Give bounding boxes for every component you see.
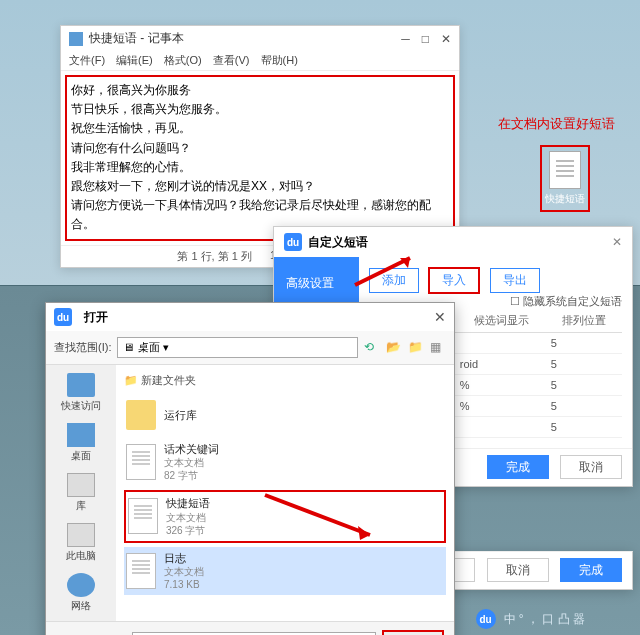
cancel-button[interactable]: 取消 <box>560 455 622 479</box>
open-button[interactable]: 打开(O) <box>382 630 444 635</box>
sidebar-pc[interactable]: 此电脑 <box>66 523 96 563</box>
file-item-run[interactable]: 运行库 <box>124 396 446 434</box>
file-item-log[interactable]: 日志 文本文档 7.13 KB <box>124 547 446 595</box>
sidebar-desktop[interactable]: 桌面 <box>67 423 95 463</box>
col-display[interactable]: 候选词显示 <box>456 309 547 333</box>
sidebar-quick[interactable]: 快速访问 <box>61 373 101 413</box>
location-select[interactable]: 🖥 桌面 ▾ <box>117 337 358 358</box>
sidebar-network[interactable]: 网络 <box>67 573 95 613</box>
notepad-title: 快捷短语 - 记事本 <box>89 30 401 47</box>
file-item-keywords[interactable]: 话术关键词 文本文档 82 字节 <box>124 438 446 486</box>
menu-format[interactable]: 格式(O) <box>164 54 202 66</box>
open-bottom: 文件名(N): ▾ 打开(O) 文件类型(T): 文本文件(*.txt) ▾ 取… <box>46 621 454 635</box>
open-titlebar[interactable]: du 打开 ✕ <box>46 303 454 331</box>
cancel-button[interactable]: 取消 <box>487 558 549 582</box>
du-icon: du <box>54 308 72 326</box>
text-file-icon <box>126 444 156 480</box>
minimize-button[interactable]: ─ <box>401 32 410 46</box>
custom-title: 自定义短语 <box>308 234 612 251</box>
desktop-file-icon[interactable]: 快捷短语 <box>540 145 590 212</box>
import-button[interactable]: 导入 <box>428 267 480 294</box>
view-icon[interactable]: ▦ <box>430 340 446 356</box>
folder-label: 📁 新建文件夹 <box>124 373 446 388</box>
ok-button[interactable]: 完成 <box>560 558 622 582</box>
notepad-icon <box>69 32 83 46</box>
custom-titlebar[interactable]: du 自定义短语 ✕ <box>274 227 632 257</box>
text-file-icon <box>126 553 156 589</box>
back-icon[interactable]: ⟲ <box>364 340 380 356</box>
up-icon[interactable]: 📂 <box>386 340 402 356</box>
ok-button[interactable]: 完成 <box>487 455 549 479</box>
add-button[interactable]: 添加 <box>369 268 419 293</box>
open-sidebar: 快速访问 桌面 库 此电脑 网络 <box>46 365 116 621</box>
close-button[interactable]: ✕ <box>434 309 446 325</box>
desktop-file-label: 快捷短语 <box>544 192 586 206</box>
annotation-text: 在文档内设置好短语 <box>498 115 615 133</box>
col-position[interactable]: 排列位置 <box>547 309 622 333</box>
ime-taskbar[interactable]: du 中 ° ， 口 凸 器 <box>476 609 585 629</box>
menu-file[interactable]: 文件(F) <box>69 54 105 66</box>
export-button[interactable]: 导出 <box>490 268 540 293</box>
status-pos: 第 1 行, 第 1 列 <box>177 249 252 264</box>
ime-status[interactable]: 中 ° ， 口 凸 器 <box>504 611 585 628</box>
menu-view[interactable]: 查看(V) <box>213 54 250 66</box>
hide-system-checkbox[interactable]: ☐ 隐藏系统自定义短语 <box>510 294 622 309</box>
menu-help[interactable]: 帮助(H) <box>261 54 298 66</box>
text-file-icon <box>128 498 158 534</box>
du-icon: du <box>284 233 302 251</box>
notepad-menubar[interactable]: 文件(F) 编辑(E) 格式(O) 查看(V) 帮助(H) <box>61 51 459 71</box>
close-button[interactable]: ✕ <box>612 235 622 249</box>
sidebar-libraries[interactable]: 库 <box>67 473 95 513</box>
file-item-phrases[interactable]: 快捷短语 文本文档 326 字节 <box>124 490 446 542</box>
folder-icon <box>126 400 156 430</box>
menu-edit[interactable]: 编辑(E) <box>116 54 153 66</box>
lookup-label: 查找范围(I): <box>54 340 111 355</box>
file-list: 📁 新建文件夹 运行库 话术关键词 文本文档 82 字节 快捷短语 文本文档 3… <box>116 365 454 621</box>
close-button[interactable]: ✕ <box>441 32 451 46</box>
open-title: 打开 <box>84 309 434 326</box>
notepad-textarea[interactable]: 你好，很高兴为你服务 节日快乐，很高兴为您服务。 祝您生活愉快，再见。 请问您有… <box>65 75 455 241</box>
sidebar-item-advanced[interactable]: 高级设置 <box>282 269 351 298</box>
open-file-dialog: du 打开 ✕ 查找范围(I): 🖥 桌面 ▾ ⟲ 📂 📁 ▦ 快速访问 桌面 … <box>45 302 455 635</box>
open-nav: 查找范围(I): 🖥 桌面 ▾ ⟲ 📂 📁 ▦ <box>46 331 454 365</box>
newfolder-icon[interactable]: 📁 <box>408 340 424 356</box>
text-file-icon <box>549 151 581 189</box>
notepad-titlebar[interactable]: 快捷短语 - 记事本 ─ □ ✕ <box>61 26 459 51</box>
maximize-button[interactable]: □ <box>422 32 429 46</box>
du-ime-icon[interactable]: du <box>476 609 496 629</box>
